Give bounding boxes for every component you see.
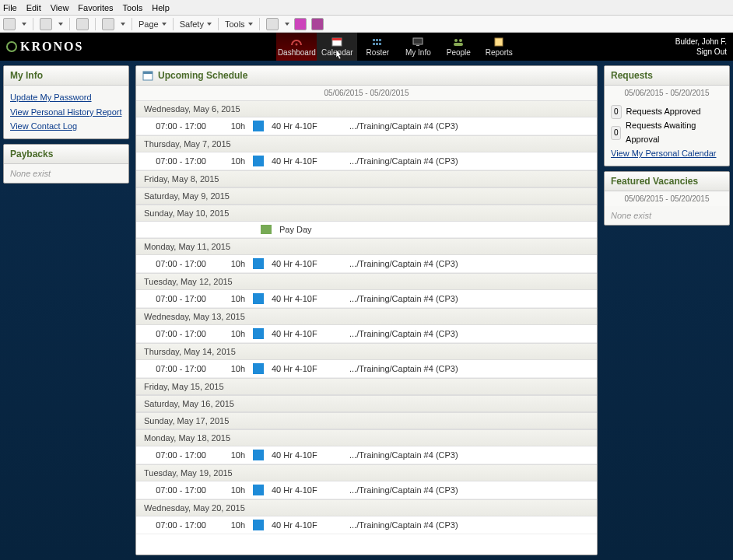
shift-code: 40 Hr 4-10F	[272, 329, 342, 338]
shift-code: 40 Hr 4-10F	[272, 259, 342, 268]
main-layout: My Info Update My Password View Personal…	[0, 61, 733, 560]
sidebar-left: My Info Update My Password View Personal…	[0, 61, 132, 560]
requests-awaiting: 0 Requests Awaiting Approval	[611, 119, 723, 146]
sidebar-right: Requests 05/06/2015 - 05/20/2015 0 Reque…	[601, 61, 733, 560]
shift-code: 40 Hr 4-10F	[272, 294, 342, 303]
onenote2-icon[interactable]	[311, 18, 324, 30]
shift-row[interactable]: 07:00 - 17:0010h40 Hr 4-10F.../Training/…	[136, 516, 597, 534]
shift-code: 40 Hr 4-10F	[272, 156, 342, 166]
nav-roster[interactable]: Roster	[357, 33, 398, 61]
home-icon[interactable]	[3, 18, 16, 30]
day-header: Saturday, May 16, 2015	[136, 395, 597, 412]
requests-date-range: 05/06/2015 - 05/20/2015	[605, 86, 729, 100]
svg-rect-16	[143, 72, 153, 74]
brand-text: KRONOS	[20, 40, 83, 54]
onenote-icon[interactable]	[294, 18, 307, 30]
shift-row[interactable]: 07:00 - 17:0010h40 Hr 4-10F.../Training/…	[136, 290, 597, 308]
day-header: Wednesday, May 13, 2015	[136, 308, 597, 325]
brand-logo[interactable]: KRONOS	[0, 33, 89, 61]
shift-row[interactable]: 07:00 - 17:0010h40 Hr 4-10F.../Training/…	[136, 446, 597, 464]
shift-hours: 10h	[222, 156, 245, 166]
print-icon[interactable]	[102, 18, 114, 30]
schedule-list[interactable]: Wednesday, May 6, 201507:00 - 17:0010h40…	[136, 100, 597, 555]
main-nav: Dashboard Calendar Roster My Info People…	[276, 33, 519, 61]
menu-file[interactable]: File	[3, 3, 17, 12]
sign-out-link[interactable]: Sign Out	[696, 47, 727, 56]
day-header: Friday, May 8, 2015	[136, 170, 597, 187]
shift-desc: .../Training/Captain #4 (CP3)	[349, 364, 589, 373]
svg-point-11	[454, 39, 458, 42]
safety-dropdown[interactable]: Safety	[180, 19, 212, 29]
shift-hours: 10h	[222, 364, 245, 373]
link-personal-history[interactable]: View Personal History Report	[10, 105, 122, 120]
nav-people[interactable]: People	[438, 33, 479, 61]
link-personal-calendar[interactable]: View My Personal Calendar	[611, 146, 723, 161]
shift-time: 07:00 - 17:00	[144, 329, 214, 338]
panel-vacancies: Featured Vacancies 05/06/2015 - 05/20/20…	[604, 171, 730, 226]
shift-row[interactable]: 07:00 - 17:0010h40 Hr 4-10F.../Training/…	[136, 325, 597, 343]
shift-row[interactable]: 07:00 - 17:0010h40 Hr 4-10F.../Training/…	[136, 152, 597, 170]
menu-view[interactable]: View	[51, 3, 69, 12]
shift-time: 07:00 - 17:00	[144, 364, 214, 373]
nav-label: People	[447, 48, 471, 57]
menu-favorites[interactable]: Favorites	[78, 3, 113, 12]
shift-desc: .../Training/Captain #4 (CP3)	[349, 121, 589, 131]
shift-row[interactable]: 07:00 - 17:0010h40 Hr 4-10F.../Training/…	[136, 481, 597, 499]
shift-desc: .../Training/Captain #4 (CP3)	[349, 485, 589, 495]
nav-label: Calendar	[321, 48, 353, 57]
menu-tools[interactable]: Tools	[123, 3, 143, 12]
panel-title-vacancies: Featured Vacancies	[605, 172, 729, 191]
panel-title-schedule: Upcoming Schedule	[136, 66, 597, 86]
shift-row[interactable]: 07:00 - 17:0010h40 Hr 4-10F.../Training/…	[136, 255, 597, 273]
nav-reports[interactable]: Reports	[479, 33, 519, 61]
shift-time: 07:00 - 17:00	[144, 485, 214, 495]
menu-help[interactable]: Help	[152, 3, 170, 12]
nav-label: Roster	[366, 48, 389, 57]
shift-hours: 10h	[222, 329, 245, 338]
panel-title-myinfo: My Info	[4, 66, 128, 86]
shift-time: 07:00 - 17:00	[144, 259, 214, 268]
shift-color-swatch	[253, 485, 264, 495]
shift-hours: 10h	[222, 485, 245, 495]
mail-icon[interactable]	[76, 18, 89, 30]
svg-rect-6	[373, 43, 375, 45]
panel-paybacks: Paybacks None exist	[3, 144, 129, 184]
payday-icon	[261, 225, 272, 234]
shift-code: 40 Hr 4-10F	[272, 364, 342, 373]
shift-row[interactable]: 07:00 - 17:0010h40 Hr 4-10F.../Training/…	[136, 117, 597, 135]
feed-icon[interactable]	[40, 18, 52, 30]
requests-awaiting-label: Requests Awaiting Approval	[626, 119, 723, 146]
panel-myinfo: My Info Update My Password View Personal…	[3, 65, 129, 139]
link-contact-log[interactable]: View Contact Log	[10, 119, 122, 134]
requests-awaiting-count: 0	[611, 126, 621, 140]
nav-label: Reports	[486, 48, 513, 57]
shift-code: 40 Hr 4-10F	[272, 485, 342, 495]
panel-title-requests: Requests	[605, 66, 729, 86]
shift-desc: .../Training/Captain #4 (CP3)	[349, 294, 589, 303]
nav-myinfo[interactable]: My Info	[398, 33, 438, 61]
link-update-password[interactable]: Update My Password	[10, 90, 122, 105]
help-icon[interactable]	[266, 18, 279, 30]
calendar-icon	[331, 37, 343, 47]
tools-dropdown[interactable]: Tools	[225, 19, 253, 29]
day-header: Sunday, May 17, 2015	[136, 412, 597, 429]
day-header: Thursday, May 14, 2015	[136, 343, 597, 360]
shift-desc: .../Training/Captain #4 (CP3)	[349, 520, 589, 530]
day-header: Sunday, May 10, 2015	[136, 205, 597, 222]
svg-point-0	[296, 43, 298, 45]
shift-desc: .../Training/Captain #4 (CP3)	[349, 329, 589, 338]
shift-row[interactable]: 07:00 - 17:0010h40 Hr 4-10F.../Training/…	[136, 360, 597, 378]
shift-time: 07:00 - 17:00	[144, 121, 214, 131]
page-dropdown[interactable]: Page	[139, 19, 167, 29]
schedule-date-range: 05/06/2015 - 05/20/2015	[136, 86, 597, 100]
panel-schedule: Upcoming Schedule 05/06/2015 - 05/20/201…	[135, 65, 598, 555]
nav-dashboard[interactable]: Dashboard	[276, 33, 317, 61]
day-header: Wednesday, May 6, 2015	[136, 100, 597, 117]
panel-title-paybacks: Paybacks	[4, 145, 128, 164]
nav-calendar[interactable]: Calendar	[317, 33, 357, 61]
app-header: KRONOS Dashboard Calendar Roster My Info…	[0, 33, 733, 61]
shift-desc: .../Training/Captain #4 (CP3)	[349, 156, 589, 166]
vacancies-date-range: 05/06/2015 - 05/20/2015	[605, 191, 729, 206]
svg-rect-2	[332, 38, 342, 40]
menu-edit[interactable]: Edit	[26, 3, 41, 12]
